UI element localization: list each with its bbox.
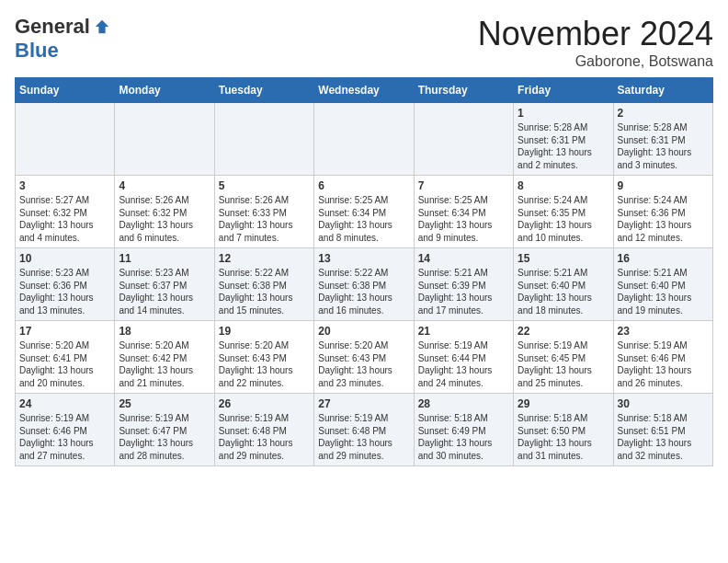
week-row-5: 24Sunrise: 5:19 AM Sunset: 6:46 PM Dayli… (16, 394, 713, 466)
calendar-cell: 6Sunrise: 5:25 AM Sunset: 6:34 PM Daylig… (314, 176, 414, 248)
calendar-table: SundayMondayTuesdayWednesdayThursdayFrid… (15, 77, 713, 466)
calendar-cell: 1Sunrise: 5:28 AM Sunset: 6:31 PM Daylig… (514, 103, 613, 176)
day-detail: Sunrise: 5:18 AM Sunset: 6:49 PM Dayligh… (418, 412, 509, 462)
day-number: 9 (618, 179, 709, 192)
day-number: 17 (19, 325, 110, 338)
calendar-cell: 23Sunrise: 5:19 AM Sunset: 6:46 PM Dayli… (613, 321, 712, 394)
week-row-3: 10Sunrise: 5:23 AM Sunset: 6:36 PM Dayli… (16, 248, 713, 321)
day-number: 7 (418, 179, 509, 192)
calendar-cell: 9Sunrise: 5:24 AM Sunset: 6:36 PM Daylig… (613, 176, 712, 248)
day-number: 8 (518, 179, 609, 192)
calendar-cell: 17Sunrise: 5:20 AM Sunset: 6:41 PM Dayli… (16, 321, 115, 394)
day-detail: Sunrise: 5:20 AM Sunset: 6:43 PM Dayligh… (219, 339, 310, 389)
week-row-4: 17Sunrise: 5:20 AM Sunset: 6:41 PM Dayli… (16, 321, 713, 394)
header-day-sunday: Sunday (16, 78, 115, 103)
header-day-saturday: Saturday (613, 78, 712, 103)
day-number: 18 (119, 325, 210, 338)
day-number: 25 (119, 397, 210, 410)
month-title: November 2024 (478, 15, 713, 53)
calendar-cell: 22Sunrise: 5:19 AM Sunset: 6:45 PM Dayli… (514, 321, 613, 394)
calendar-cell: 14Sunrise: 5:21 AM Sunset: 6:39 PM Dayli… (414, 248, 513, 321)
day-detail: Sunrise: 5:24 AM Sunset: 6:35 PM Dayligh… (518, 194, 609, 244)
day-detail: Sunrise: 5:19 AM Sunset: 6:46 PM Dayligh… (19, 412, 110, 462)
day-number: 10 (19, 252, 110, 265)
day-detail: Sunrise: 5:21 AM Sunset: 6:40 PM Dayligh… (518, 267, 609, 316)
calendar-cell: 24Sunrise: 5:19 AM Sunset: 6:46 PM Dayli… (16, 394, 115, 466)
week-row-1: 1Sunrise: 5:28 AM Sunset: 6:31 PM Daylig… (16, 103, 713, 176)
day-detail: Sunrise: 5:19 AM Sunset: 6:44 PM Dayligh… (418, 339, 509, 389)
day-number: 15 (518, 252, 609, 265)
day-number: 29 (518, 397, 609, 410)
day-detail: Sunrise: 5:26 AM Sunset: 6:33 PM Dayligh… (219, 194, 310, 244)
day-number: 24 (19, 397, 110, 410)
header-day-wednesday: Wednesday (314, 78, 414, 103)
calendar-cell: 19Sunrise: 5:20 AM Sunset: 6:43 PM Dayli… (214, 321, 313, 394)
day-number: 14 (418, 252, 509, 265)
calendar-cell: 7Sunrise: 5:25 AM Sunset: 6:34 PM Daylig… (414, 176, 513, 248)
day-detail: Sunrise: 5:24 AM Sunset: 6:36 PM Dayligh… (618, 194, 709, 244)
day-number: 30 (618, 397, 709, 410)
calendar-cell: 11Sunrise: 5:23 AM Sunset: 6:37 PM Dayli… (115, 248, 214, 321)
calendar-cell (115, 103, 214, 176)
day-detail: Sunrise: 5:25 AM Sunset: 6:34 PM Dayligh… (318, 194, 409, 244)
day-number: 12 (219, 252, 310, 265)
calendar-cell: 2Sunrise: 5:28 AM Sunset: 6:31 PM Daylig… (613, 103, 712, 176)
day-detail: Sunrise: 5:19 AM Sunset: 6:48 PM Dayligh… (318, 412, 409, 462)
day-detail: Sunrise: 5:20 AM Sunset: 6:42 PM Dayligh… (119, 339, 210, 389)
day-detail: Sunrise: 5:22 AM Sunset: 6:38 PM Dayligh… (318, 267, 409, 316)
day-number: 2 (618, 107, 709, 120)
day-number: 4 (119, 179, 210, 192)
header-day-thursday: Thursday (414, 78, 513, 103)
header-day-friday: Friday (514, 78, 613, 103)
day-detail: Sunrise: 5:18 AM Sunset: 6:51 PM Dayligh… (618, 412, 709, 462)
calendar-cell: 10Sunrise: 5:23 AM Sunset: 6:36 PM Dayli… (16, 248, 115, 321)
calendar-cell (16, 103, 115, 176)
day-detail: Sunrise: 5:19 AM Sunset: 6:46 PM Dayligh… (618, 339, 709, 389)
day-detail: Sunrise: 5:23 AM Sunset: 6:37 PM Dayligh… (119, 267, 210, 316)
day-detail: Sunrise: 5:28 AM Sunset: 6:31 PM Dayligh… (518, 121, 609, 171)
header-day-monday: Monday (115, 78, 214, 103)
day-number: 11 (119, 252, 210, 265)
day-number: 6 (318, 179, 409, 192)
calendar-cell: 20Sunrise: 5:20 AM Sunset: 6:43 PM Dayli… (314, 321, 414, 394)
day-number: 5 (219, 179, 310, 192)
svg-marker-0 (96, 20, 108, 33)
day-number: 26 (219, 397, 310, 410)
logo-icon (94, 18, 110, 35)
calendar-cell (414, 103, 513, 176)
calendar-cell: 29Sunrise: 5:18 AM Sunset: 6:50 PM Dayli… (514, 394, 613, 466)
day-number: 27 (318, 397, 409, 410)
day-detail: Sunrise: 5:26 AM Sunset: 6:32 PM Dayligh… (119, 194, 210, 244)
calendar-cell: 25Sunrise: 5:19 AM Sunset: 6:47 PM Dayli… (115, 394, 214, 466)
day-detail: Sunrise: 5:22 AM Sunset: 6:38 PM Dayligh… (219, 267, 310, 316)
location-subtitle: Gaborone, Botswana (478, 53, 713, 70)
calendar-cell: 30Sunrise: 5:18 AM Sunset: 6:51 PM Dayli… (613, 394, 712, 466)
calendar-cell: 21Sunrise: 5:19 AM Sunset: 6:44 PM Dayli… (414, 321, 513, 394)
header-day-tuesday: Tuesday (214, 78, 313, 103)
day-detail: Sunrise: 5:28 AM Sunset: 6:31 PM Dayligh… (618, 121, 709, 171)
header: General Blue November 2024 Gaborone, Bot… (15, 15, 713, 70)
day-detail: Sunrise: 5:19 AM Sunset: 6:47 PM Dayligh… (119, 412, 210, 462)
day-number: 21 (418, 325, 509, 338)
day-detail: Sunrise: 5:25 AM Sunset: 6:34 PM Dayligh… (418, 194, 509, 244)
day-detail: Sunrise: 5:23 AM Sunset: 6:36 PM Dayligh… (19, 267, 110, 316)
day-number: 16 (618, 252, 709, 265)
calendar-cell: 15Sunrise: 5:21 AM Sunset: 6:40 PM Dayli… (514, 248, 613, 321)
week-row-2: 3Sunrise: 5:27 AM Sunset: 6:32 PM Daylig… (16, 176, 713, 248)
day-detail: Sunrise: 5:21 AM Sunset: 6:40 PM Dayligh… (618, 267, 709, 316)
day-detail: Sunrise: 5:20 AM Sunset: 6:41 PM Dayligh… (19, 339, 110, 389)
calendar-cell: 3Sunrise: 5:27 AM Sunset: 6:32 PM Daylig… (16, 176, 115, 248)
calendar-cell: 26Sunrise: 5:19 AM Sunset: 6:48 PM Dayli… (214, 394, 313, 466)
day-detail: Sunrise: 5:18 AM Sunset: 6:50 PM Dayligh… (518, 412, 609, 462)
calendar-cell: 5Sunrise: 5:26 AM Sunset: 6:33 PM Daylig… (214, 176, 313, 248)
day-number: 23 (618, 325, 709, 338)
day-detail: Sunrise: 5:21 AM Sunset: 6:39 PM Dayligh… (418, 267, 509, 316)
day-number: 28 (418, 397, 509, 410)
calendar-cell: 27Sunrise: 5:19 AM Sunset: 6:48 PM Dayli… (314, 394, 414, 466)
calendar-cell: 28Sunrise: 5:18 AM Sunset: 6:49 PM Dayli… (414, 394, 513, 466)
calendar-cell: 13Sunrise: 5:22 AM Sunset: 6:38 PM Dayli… (314, 248, 414, 321)
day-detail: Sunrise: 5:19 AM Sunset: 6:45 PM Dayligh… (518, 339, 609, 389)
day-number: 20 (318, 325, 409, 338)
day-number: 19 (219, 325, 310, 338)
calendar-cell: 12Sunrise: 5:22 AM Sunset: 6:38 PM Dayli… (214, 248, 313, 321)
